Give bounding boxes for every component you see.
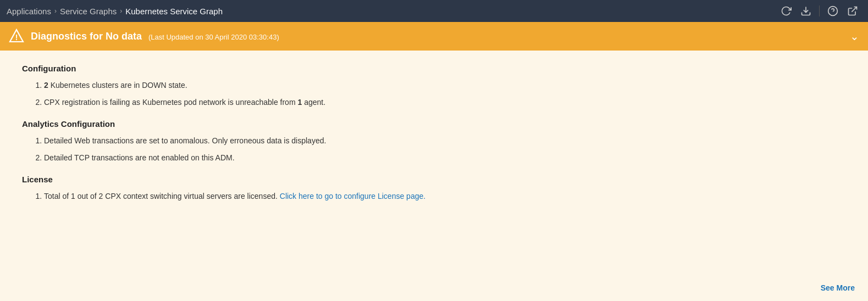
help-button[interactable] <box>824 3 842 19</box>
breadcrumb-kubernetes-service-graph: Kubernetes Service Graph <box>125 7 223 16</box>
license-item-1-text: Total of 1 out of 2 CPX context switchin… <box>44 192 280 200</box>
list-item: 2 Kubernetes clusters are in DOWN state. <box>44 80 846 91</box>
license-link[interactable]: Click here to go to configure License pa… <box>280 192 425 200</box>
list-item: CPX registration is failing as Kubernete… <box>44 97 846 108</box>
configuration-title: Configuration <box>22 64 846 73</box>
external-link-button[interactable] <box>844 3 861 19</box>
breadcrumb-sep-1: › <box>54 7 57 15</box>
config-item-1-text: Kubernetes clusters are in DOWN state. <box>48 81 187 90</box>
export-button[interactable] <box>797 3 815 19</box>
see-more-container: See More <box>821 283 855 292</box>
configuration-list: 2 Kubernetes clusters are in DOWN state.… <box>22 80 846 108</box>
refresh-icon <box>781 5 792 16</box>
list-item: Detailed TCP transactions are not enable… <box>44 152 846 164</box>
license-title: License <box>22 175 846 184</box>
license-section: License Total of 1 out of 2 CPX context … <box>22 175 846 202</box>
help-icon <box>827 5 838 16</box>
navbar: Applications › Service Graphs › Kubernet… <box>0 0 868 22</box>
analytics-title: Analytics Configuration <box>22 119 846 129</box>
alert-title: Diagnostics for No data <box>31 31 142 42</box>
export-icon <box>800 5 811 16</box>
config-item-2-text-b: agent. <box>302 98 325 107</box>
list-item: Total of 1 out of 2 CPX context switchin… <box>44 191 846 202</box>
alert-banner[interactable]: ! Diagnostics for No data (Last Updated … <box>0 22 868 51</box>
analytics-list: Detailed Web transactions are set to ano… <box>22 135 846 164</box>
configuration-section: Configuration 2 Kubernetes clusters are … <box>22 64 846 108</box>
external-link-icon <box>847 5 858 16</box>
license-list: Total of 1 out of 2 CPX context switchin… <box>22 191 846 202</box>
config-item-1-bold: 2 <box>44 81 48 90</box>
breadcrumb-sep-2: › <box>120 7 122 15</box>
alert-banner-left: ! Diagnostics for No data (Last Updated … <box>9 29 279 44</box>
warning-icon: ! <box>9 29 24 44</box>
content-area: Configuration 2 Kubernetes clusters are … <box>0 51 868 301</box>
analytics-item-1-text: Detailed Web transactions are set to ano… <box>44 136 326 145</box>
analytics-section: Analytics Configuration Detailed Web tra… <box>22 119 846 164</box>
chevron-down-icon: ⌄ <box>850 30 859 43</box>
alert-subtitle: (Last Updated on 30 April 2020 03:30:43) <box>148 33 279 41</box>
analytics-item-2-text: Detailed TCP transactions are not enable… <box>44 153 235 162</box>
config-item-2-text-a: CPX registration is failing as Kubernete… <box>44 98 297 107</box>
navbar-divider <box>819 5 820 16</box>
list-item: Detailed Web transactions are set to ano… <box>44 135 846 147</box>
svg-line-3 <box>852 7 856 12</box>
breadcrumb: Applications › Service Graphs › Kubernet… <box>7 7 223 16</box>
refresh-button[interactable] <box>777 3 795 19</box>
see-more-button[interactable]: See More <box>821 283 855 292</box>
breadcrumb-service-graphs[interactable]: Service Graphs <box>60 7 117 16</box>
navbar-icons <box>777 3 861 19</box>
breadcrumb-applications[interactable]: Applications <box>7 7 51 16</box>
svg-text:!: ! <box>15 33 18 42</box>
